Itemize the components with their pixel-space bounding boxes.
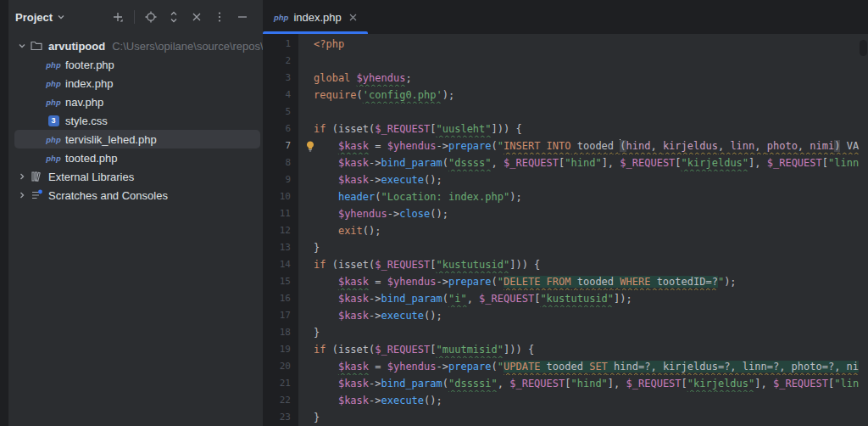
code-line-12: 12 exit();	[263, 222, 868, 239]
collapse-all-icon[interactable]	[188, 8, 205, 25]
code-line-21: 21 $kask->bind_param("dssssi", $_REQUEST…	[263, 375, 868, 392]
intention-bulb-icon[interactable]	[304, 140, 316, 152]
tree-item-label: index.php	[65, 77, 113, 90]
line-number[interactable]: 8	[263, 154, 298, 171]
php-icon: php	[46, 98, 61, 107]
code-line-4: 4require('config0.php');	[263, 87, 868, 104]
line-number[interactable]: 14	[263, 256, 298, 273]
code-line-19: 19if (isset($_REQUEST["muutmisid"])) {	[263, 341, 868, 358]
tree-item-arvutipood[interactable]: arvutipoodC:\Users\opilane\source\repos\…	[8, 36, 263, 55]
php-icon: php	[46, 135, 61, 144]
code-line-text: <?php	[298, 36, 868, 53]
tree-item-scratches-and-consoles[interactable]: Scratches and Consoles	[8, 186, 263, 205]
tree-item-label: arvutipood	[48, 40, 105, 53]
hide-panel-icon[interactable]	[234, 8, 251, 25]
css-icon: 3	[46, 115, 61, 126]
line-number[interactable]: 12	[263, 222, 298, 239]
tree-item-footer-php[interactable]: phpfooter.php	[8, 55, 263, 74]
code-line-text: header("Location: index.php");	[298, 188, 868, 205]
line-number[interactable]: 22	[263, 392, 298, 409]
line-number[interactable]: 7	[263, 137, 298, 154]
code-line-22: 22 $kask->execute();	[263, 392, 868, 409]
code-line-15: 15 $kask = $yhendus->prepare("DELETE FRO…	[263, 273, 868, 290]
code-line-13: 13}	[263, 239, 868, 256]
code-line-6: 6if (isset($_REQUEST["uusleht"])) {	[263, 121, 868, 137]
chevron-down-icon	[57, 13, 65, 21]
code-line-11: 11 $yhendus->close();	[263, 205, 868, 222]
code-line-text: $kask = $yhendus->prepare("DELETE FROM t…	[298, 273, 868, 290]
code-line-text	[298, 104, 868, 121]
tree-chevron-icon[interactable]	[15, 42, 29, 50]
tab-index-php[interactable]: php index.php	[263, 0, 368, 34]
code-line-text: if (isset($_REQUEST["kustutusid"])) {	[298, 256, 868, 273]
code-line-text: if (isset($_REQUEST["uusleht"])) {	[298, 121, 868, 137]
line-number[interactable]: 15	[263, 273, 298, 290]
project-view-selector[interactable]: Project	[15, 11, 65, 24]
line-number[interactable]: 18	[263, 324, 298, 341]
folder-icon	[29, 39, 44, 53]
php-icon: php	[46, 60, 61, 70]
tree-item-nav-php[interactable]: phpnav.php	[8, 92, 263, 111]
code-line-23: 23}	[263, 409, 868, 426]
line-number[interactable]: 20	[263, 358, 298, 375]
tree-item-tooted-php[interactable]: phptooted.php	[8, 149, 263, 167]
line-number[interactable]: 9	[263, 171, 298, 188]
code-line-14: 14if (isset($_REQUEST["kustutusid"])) {	[263, 256, 868, 273]
code-line-text	[298, 53, 868, 70]
line-number[interactable]: 10	[263, 188, 298, 205]
code-line-text: }	[298, 409, 868, 426]
tree-item-label: External Libraries	[48, 171, 134, 183]
add-icon[interactable]	[109, 8, 126, 25]
line-number[interactable]: 19	[263, 341, 298, 358]
code-line-text: $kask->bind_param("i", $_REQUEST["kustut…	[298, 290, 868, 307]
code-line-text: $kask = $yhendus->prepare("UPDATE tooded…	[298, 358, 868, 375]
tree-chevron-icon[interactable]	[15, 191, 29, 199]
code-line-7: 7 $kask = $yhendus->prepare("INSERT INTO…	[263, 137, 868, 154]
code-line-text: $yhendus->close();	[298, 205, 868, 222]
code-line-8: 8 $kask->bind_param("dssss", $_REQUEST["…	[263, 154, 868, 171]
tree-chevron-icon[interactable]	[15, 172, 29, 181]
code-line-text: $kask->bind_param("dssssi", $_REQUEST["h…	[298, 375, 868, 392]
line-number[interactable]: 13	[263, 239, 298, 256]
tree-item-label: tooted.php	[65, 152, 117, 165]
php-icon: php	[46, 154, 61, 163]
tree-item-label: tervislik_lehed.php	[65, 133, 157, 146]
tree-item-label: nav.php	[65, 96, 103, 109]
code-line-5: 5	[263, 104, 868, 121]
line-number[interactable]: 6	[263, 121, 298, 137]
line-number[interactable]: 5	[263, 104, 298, 121]
project-panel-toolbar	[109, 8, 251, 25]
code-line-text: }	[298, 324, 868, 341]
tree-item-tervislik-lehed-php[interactable]: phptervislik_lehed.php	[8, 130, 263, 149]
close-tab-icon[interactable]	[348, 13, 358, 22]
line-number[interactable]: 23	[263, 409, 298, 426]
editor-tab-bar: php index.php	[263, 0, 868, 34]
ide-window: Project	[0, 0, 868, 426]
line-number[interactable]: 11	[263, 205, 298, 222]
line-number[interactable]: 16	[263, 290, 298, 307]
line-number[interactable]: 17	[263, 307, 298, 324]
code-line-text: $kask->execute();	[298, 307, 868, 324]
code-line-3: 3global $yhendus;	[263, 70, 868, 87]
code-line-16: 16 $kask->bind_param("i", $_REQUEST["kus…	[263, 290, 868, 307]
line-number[interactable]: 1	[263, 36, 298, 53]
locate-file-icon[interactable]	[142, 8, 159, 25]
line-number[interactable]: 21	[263, 375, 298, 392]
expand-all-icon[interactable]	[165, 8, 182, 25]
tab-label: index.php	[293, 11, 341, 24]
line-number[interactable]: 4	[263, 87, 298, 104]
code-line-10: 10 header("Location: index.php");	[263, 188, 868, 205]
editor-area: php index.php 1<?php23global $yhendus;4r…	[263, 0, 868, 426]
tree-item-external-libraries[interactable]: External Libraries	[8, 167, 263, 186]
code-editor[interactable]: 1<?php23global $yhendus;4require('config…	[263, 34, 868, 426]
code-line-9: 9 $kask->execute();	[263, 171, 868, 188]
tree-item-style-css[interactable]: 3style.css	[8, 111, 263, 130]
more-options-icon[interactable]	[211, 8, 228, 25]
project-panel-title: Project	[15, 11, 53, 24]
code-line-text: require('config0.php');	[298, 87, 868, 104]
line-number[interactable]: 2	[263, 53, 298, 70]
line-number[interactable]: 3	[263, 70, 298, 87]
tree-item-index-php[interactable]: phpindex.php	[8, 74, 263, 92]
code-line-18: 18}	[263, 324, 868, 341]
scratches-icon	[29, 188, 44, 202]
